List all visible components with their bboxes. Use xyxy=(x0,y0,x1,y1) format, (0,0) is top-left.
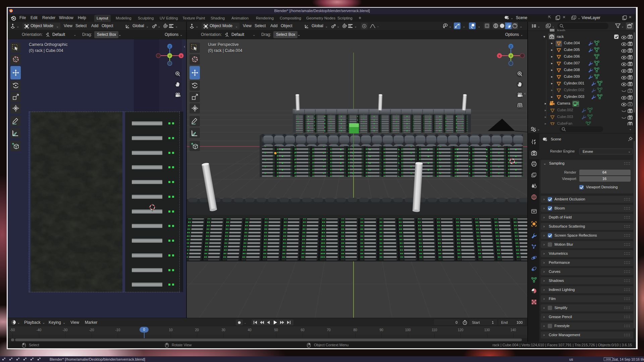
svg-text:X: X xyxy=(180,54,182,58)
svg-text:Z: Z xyxy=(510,45,512,48)
svg-text:Y: Y xyxy=(510,54,512,58)
svg-text:X: X xyxy=(498,54,500,58)
svg-text:Z: Z xyxy=(169,45,171,48)
svg-text:Y: Y xyxy=(169,54,171,58)
